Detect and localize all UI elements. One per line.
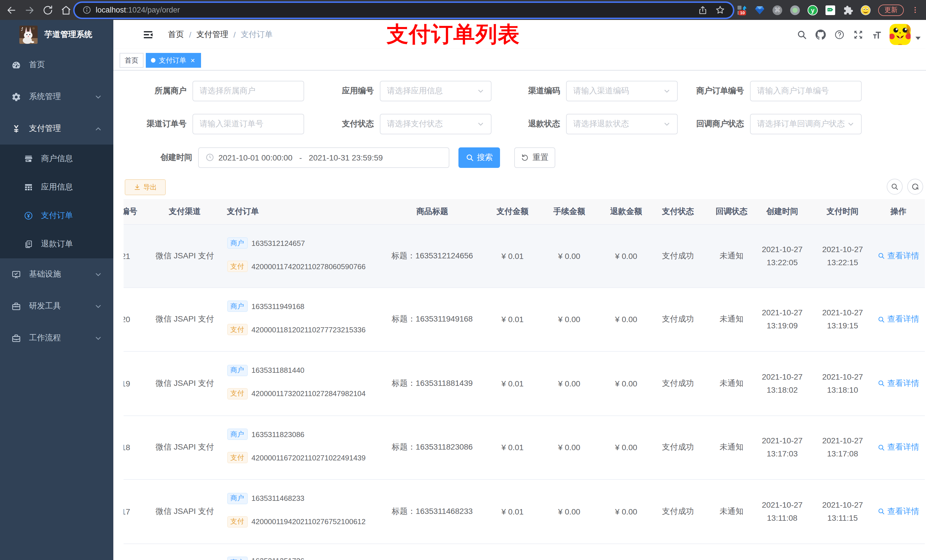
select-应用编号[interactable]: 请选择应用信息 xyxy=(380,80,491,101)
cell-pay-time: 2021-10-2713:18:10 xyxy=(813,352,872,415)
sidebar-item-3[interactable]: 基础设施 xyxy=(0,258,113,290)
table-row-0[interactable]: 21微信 JSAPI 支付商户1635312124657支付4200001174… xyxy=(124,225,925,288)
sidebar-subitem-0[interactable]: 商户信息 xyxy=(0,145,113,173)
column-header-支付订单: 支付订单 xyxy=(217,199,370,224)
clock-icon xyxy=(205,153,214,162)
pay-order-no: 4200001173202110272847982104 xyxy=(251,389,366,398)
cell-id: 18 xyxy=(124,416,152,479)
address-bar[interactable]: localhost:1024/pay/order xyxy=(75,3,733,17)
cell-actions: 查看详情 xyxy=(872,480,924,543)
select-支付状态[interactable]: 请选择支付状态 xyxy=(380,114,491,134)
view-detail-link[interactable]: 查看详情 xyxy=(878,379,919,389)
tab-首页[interactable]: 首页 xyxy=(120,53,144,68)
help-button[interactable] xyxy=(830,20,849,49)
chevron-down-icon xyxy=(847,121,854,127)
sidebar-logo[interactable]: 芋道管理系统 xyxy=(0,20,113,49)
sidebar-item-1[interactable]: 系统管理 xyxy=(0,81,113,113)
breadcrumb-item[interactable]: 支付管理 xyxy=(197,29,228,39)
view-detail-link[interactable]: 查看详情 xyxy=(878,507,919,517)
cell-refund: ¥ 0.00 xyxy=(608,225,645,287)
extension-gem-icon[interactable] xyxy=(755,5,765,15)
page-content: 所属商户请选择所属商户应用编号请选择应用信息渠道编码请输入渠道编码商户订单编号请… xyxy=(113,71,926,560)
sidebar-item-4[interactable]: 研发工具 xyxy=(0,290,113,322)
input-商户订单编号[interactable]: 请输入商户订单编号 xyxy=(750,80,861,101)
browser-back-button[interactable] xyxy=(2,1,21,19)
table-row-4[interactable]: 17微信 JSAPI 支付商户1635311468233支付4200001194… xyxy=(124,480,925,544)
browser-menu-icon[interactable] xyxy=(911,5,919,15)
create-time-range-picker[interactable]: 2021-10-01 00:00:00 - 2021-10-31 23:59:5… xyxy=(198,147,449,168)
date-start-value[interactable]: 2021-10-01 00:00:00 xyxy=(218,153,292,162)
browser-toolbar: localhost:1024/pay/order 10 ⌘ y xyxy=(0,0,926,20)
select-回调商户状态[interactable]: 请选择订单回调商户状态 xyxy=(750,114,861,134)
browser-update-button[interactable]: 更新 xyxy=(878,4,904,16)
extension-command-icon[interactable]: ⌘ xyxy=(772,5,782,15)
table-row-2[interactable]: 19微信 JSAPI 支付商户1635311881440支付4200001173… xyxy=(124,352,925,416)
cell-fee: ¥ 0.00 xyxy=(531,288,608,351)
github-button[interactable] xyxy=(811,20,830,49)
sidebar-item-2[interactable]: 支付管理 xyxy=(0,113,113,145)
sidebar-subitem-2[interactable]: 支付订单 xyxy=(0,201,113,230)
table-row-1[interactable]: 20微信 JSAPI 支付商户1635311949168支付4200001181… xyxy=(124,288,925,352)
sidebar-toggle-button[interactable] xyxy=(142,20,159,49)
user-menu[interactable] xyxy=(890,24,921,45)
chevron-up-icon xyxy=(95,125,101,132)
sidebar-subitem-1[interactable]: 应用信息 xyxy=(0,173,113,201)
bookmark-star-icon[interactable] xyxy=(715,5,725,15)
cell-amount: ¥ 0.01 xyxy=(495,416,531,479)
filter-item-2: 渠道编码请输入渠道编码 xyxy=(486,80,678,101)
view-detail-link[interactable]: 查看详情 xyxy=(878,251,919,261)
refresh-icon xyxy=(911,183,919,191)
breadcrumb-item: 支付订单 xyxy=(241,29,273,39)
refresh-table-button[interactable] xyxy=(907,179,923,195)
extension-y-icon[interactable]: y xyxy=(808,5,818,15)
close-icon[interactable]: ✕ xyxy=(190,57,196,63)
cell-order-no: 商户1635311468233支付42000011942021102767521… xyxy=(217,480,370,543)
tab-支付订单[interactable]: 支付订单✕ xyxy=(146,53,201,68)
table-row-3[interactable]: 18微信 JSAPI 支付商户1635311823086支付4200001167… xyxy=(124,416,925,480)
date-end-value[interactable]: 2021-10-31 23:59:59 xyxy=(309,153,383,162)
extensions-puzzle-icon[interactable] xyxy=(843,5,853,15)
table-row-5[interactable]: 商户1635311351736 xyxy=(124,544,925,560)
extension-emoji-icon[interactable] xyxy=(861,5,871,15)
cell-create-time: 2021-10-2713:22:05 xyxy=(752,225,813,287)
browser-forward-button[interactable] xyxy=(21,1,39,19)
export-button[interactable]: 导出 xyxy=(125,179,166,195)
page-info-icon[interactable] xyxy=(83,6,91,14)
share-icon[interactable] xyxy=(698,5,707,15)
extension-record-icon[interactable] xyxy=(790,5,800,15)
cell-notify: 未通知 xyxy=(711,225,752,287)
merchant-tag: 商户 xyxy=(227,300,247,312)
sidebar-submenu: 商户信息应用信息支付订单退款订单 xyxy=(0,145,113,258)
input-所属商户[interactable]: 请选择所属商户 xyxy=(192,80,304,101)
toggle-search-button[interactable] xyxy=(887,179,903,195)
sidebar-subitem-label: 商户信息 xyxy=(41,154,73,164)
filter-label: 退款状态 xyxy=(486,114,560,129)
select-渠道编码[interactable]: 请输入渠道编码 xyxy=(566,80,678,101)
view-detail-link[interactable]: 查看详情 xyxy=(878,314,919,325)
sidebar-item-0[interactable]: 首页 xyxy=(0,49,113,81)
sidebar-item-5[interactable]: 工作流程 xyxy=(0,322,113,354)
sidebar-subitem-3[interactable]: 退款订单 xyxy=(0,230,113,258)
column-header-支付金额: 支付金额 xyxy=(495,199,531,224)
breadcrumb-item[interactable]: 首页 xyxy=(168,29,184,39)
font-size-button[interactable] xyxy=(867,20,886,49)
browser-home-button[interactable] xyxy=(57,1,75,19)
input-渠道订单号[interactable]: 请输入渠道订单号 xyxy=(192,114,304,134)
sidebar-item-label: 首页 xyxy=(29,60,45,70)
select-退款状态[interactable]: 请选择退款状态 xyxy=(566,114,678,134)
extension-kanban-icon[interactable] xyxy=(825,5,835,15)
search-button[interactable]: 搜索 xyxy=(458,147,500,168)
cell-amount: ¥ 0.01 xyxy=(495,480,531,543)
sidebar: 芋道管理系统 首页系统管理支付管理商户信息应用信息支付订单退款订单基础设施研发工… xyxy=(0,20,113,560)
table-header-row: 编号支付渠道支付订单商品标题支付金额手续金额退款金额支付状态回调状态创建时间支付… xyxy=(124,199,925,225)
chevron-down-icon xyxy=(663,121,670,127)
filter-item-3: 商户订单编号请输入商户订单编号 xyxy=(670,80,861,101)
reset-button[interactable]: 重置 xyxy=(514,147,555,168)
cell-notify xyxy=(711,544,752,560)
header-search-button[interactable] xyxy=(792,20,811,49)
grid-icon xyxy=(24,183,33,192)
extension-tiles-icon[interactable]: 10 xyxy=(737,5,747,15)
browser-reload-button[interactable] xyxy=(39,1,57,19)
view-detail-link[interactable]: 查看详情 xyxy=(878,442,919,453)
fullscreen-button[interactable] xyxy=(849,20,867,49)
